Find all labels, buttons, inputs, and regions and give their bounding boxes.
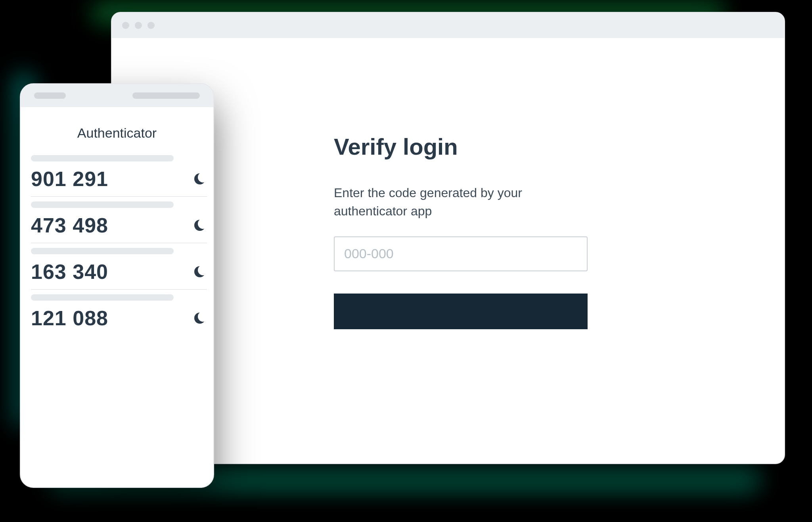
statusbar-pill-icon (132, 92, 200, 99)
timer-icon (194, 313, 205, 324)
statusbar-pill-icon (34, 92, 66, 99)
authenticator-code-row[interactable]: 901 291 (31, 150, 207, 197)
authenticator-code-row[interactable]: 163 340 (31, 243, 207, 290)
phone-mockup: Authenticator 901 291 473 498 163 (20, 83, 214, 488)
timer-icon (194, 173, 205, 184)
authenticator-code-value: 121 088 (31, 306, 108, 330)
window-dot-icon (122, 22, 129, 29)
account-label-placeholder (31, 202, 174, 208)
window-dot-icon (135, 22, 142, 29)
timer-icon (194, 220, 205, 231)
phone-statusbar (21, 84, 213, 107)
verify-login-title: Verify login (334, 133, 784, 160)
verification-code-input[interactable] (334, 236, 588, 271)
authenticator-code-row[interactable]: 121 088 (31, 290, 207, 336)
authenticator-code-value: 473 498 (31, 213, 108, 237)
authenticator-code-row[interactable]: 473 498 (31, 197, 207, 243)
authenticator-code-value: 901 291 (31, 167, 108, 191)
verify-login-description: Enter the code generated by your authent… (334, 184, 588, 221)
account-label-placeholder (31, 155, 174, 161)
authenticator-code-value: 163 340 (31, 260, 108, 284)
browser-titlebar (112, 13, 784, 38)
authenticator-app-title: Authenticator (21, 107, 213, 150)
verify-submit-button[interactable] (334, 294, 588, 329)
authenticator-code-list: 901 291 473 498 163 340 (21, 150, 213, 336)
window-dot-icon (147, 22, 155, 29)
account-label-placeholder (31, 248, 174, 254)
timer-icon (194, 266, 205, 277)
account-label-placeholder (31, 294, 174, 301)
